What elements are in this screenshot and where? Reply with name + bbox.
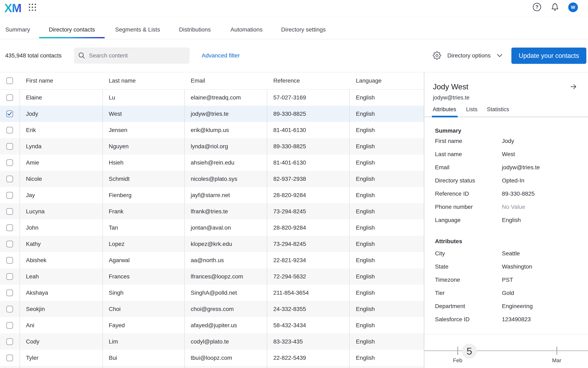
svg-text:?: ? — [535, 4, 539, 10]
